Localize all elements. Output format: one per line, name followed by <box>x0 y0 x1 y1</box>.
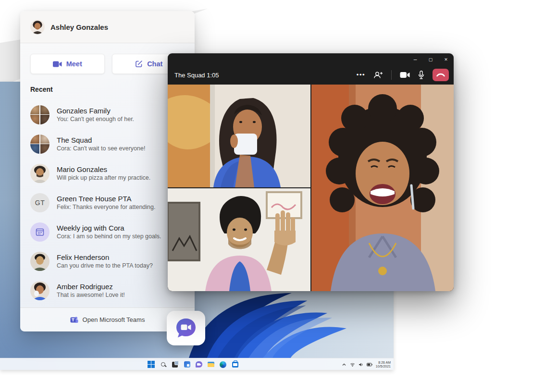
photo-avatar <box>30 252 49 271</box>
compose-icon <box>135 60 143 68</box>
wifi-icon[interactable] <box>350 362 355 367</box>
task-view-icon[interactable] <box>171 361 179 368</box>
meet-button-label: Meet <box>66 60 82 68</box>
camera-icon[interactable] <box>400 72 410 78</box>
clock-time: 8:26 AM <box>376 361 391 365</box>
chevron-up-icon[interactable] <box>342 362 346 367</box>
page-background: 8:26 AM 10/5/2021 Ashley Gonzales Meet C… <box>0 0 544 392</box>
conversation-title: Green Tree House PTA <box>57 194 155 203</box>
volume-icon[interactable] <box>359 362 363 367</box>
start-icon[interactable] <box>147 361 155 368</box>
add-people-icon[interactable] <box>373 71 383 79</box>
system-tray: 8:26 AM 10/5/2021 <box>342 358 391 370</box>
photo-avatar <box>30 164 49 183</box>
initials-avatar: GT <box>30 193 49 212</box>
divider <box>391 70 392 80</box>
taskbar: 8:26 AM 10/5/2021 <box>0 358 394 370</box>
call-controls: ••• <box>357 69 449 81</box>
maximize-button[interactable]: ▢ <box>423 53 438 65</box>
meet-button[interactable]: Meet <box>30 54 105 74</box>
microphone-icon[interactable] <box>418 71 424 79</box>
conversation-title: The Squad <box>57 135 145 145</box>
calendar-icon <box>30 222 49 242</box>
recent-heading: Recent <box>30 86 53 93</box>
participant-video-woman-with-mug <box>168 85 310 187</box>
close-button[interactable]: ✕ <box>438 53 454 65</box>
chat-icon[interactable] <box>195 361 203 368</box>
user-name: Ashley Gonzales <box>50 23 108 31</box>
chat-video-bubble-icon <box>174 317 198 339</box>
conversation-preview: Cora: I am so behind on my step goals. <box>57 233 161 241</box>
chat-button-label: Chat <box>147 60 162 68</box>
hang-up-button[interactable] <box>433 69 449 81</box>
call-title: The Squad 1:05 <box>174 72 357 79</box>
conversation-title: Felix Henderson <box>57 253 153 262</box>
more-options-icon[interactable]: ••• <box>357 73 365 77</box>
call-window: – ▢ ✕ The Squad 1:05 ••• <box>168 53 454 291</box>
open-teams-label: Open Microsoft Teams <box>83 316 145 323</box>
video-grid <box>168 85 454 291</box>
participant-video-woman-laughing <box>311 85 454 291</box>
minimize-button[interactable]: – <box>408 53 423 65</box>
avatar <box>30 20 45 34</box>
conversation-preview: That is awesome! Love it! <box>57 291 125 299</box>
conversation-title: Weekly jog with Cora <box>57 223 161 233</box>
widgets-icon[interactable] <box>183 361 191 368</box>
battery-icon[interactable] <box>367 362 372 367</box>
conversation-preview: Cora: Can't wait to see everyone! <box>57 145 145 153</box>
video-column-left <box>168 85 310 291</box>
conversation-preview: Felix: Thanks everyone for attending. <box>57 203 155 211</box>
conversation-preview: You: Can't get enough of her. <box>57 115 134 123</box>
conversation-title: Gonzales Family <box>57 106 134 115</box>
teams-logo-icon <box>70 316 78 324</box>
chat-flyout-header: Ashley Gonzales <box>20 11 195 43</box>
participant-video-man-waving <box>168 188 310 291</box>
taskbar-icon-row <box>147 358 239 370</box>
window-caption-bar: – ▢ ✕ <box>168 53 454 65</box>
hang-up-icon <box>436 73 445 77</box>
windows-bloom-flower <box>188 286 347 358</box>
group-avatar <box>30 105 49 124</box>
edge-icon[interactable] <box>219 361 227 368</box>
store-icon[interactable] <box>231 361 239 368</box>
call-control-bar: The Squad 1:05 ••• <box>168 65 454 85</box>
video-camera-icon <box>53 61 62 67</box>
quick-actions: Meet Chat <box>30 54 186 74</box>
photo-avatar <box>30 281 49 300</box>
conversation-title: Mario Gonzales <box>57 165 150 174</box>
conversation-title: Amber Rodriguez <box>57 282 125 291</box>
conversation-preview: Will pick up pizza after my practice. <box>57 174 150 182</box>
group-avatar <box>30 135 49 154</box>
clock-date: 10/5/2021 <box>376 365 391 368</box>
conversation-preview: Can you drive me to the PTA today? <box>57 262 153 270</box>
file-explorer-icon[interactable] <box>207 361 215 368</box>
search-icon[interactable] <box>159 361 167 368</box>
chat-taskbar-flyout-icon[interactable] <box>167 311 205 345</box>
taskbar-clock[interactable]: 8:26 AM 10/5/2021 <box>376 361 391 368</box>
